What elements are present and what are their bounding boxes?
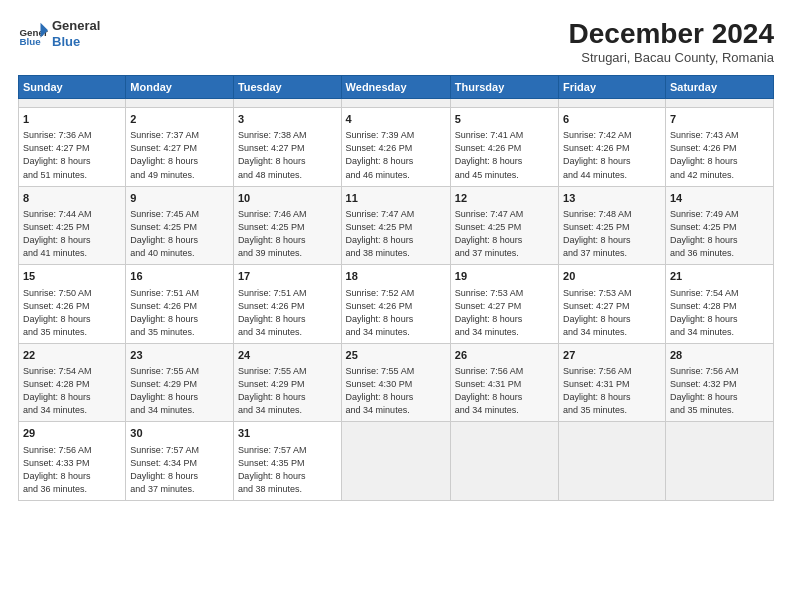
calendar-cell: 31Sunrise: 7:57 AMSunset: 4:35 PMDayligh… bbox=[233, 422, 341, 501]
day-info: Sunrise: 7:48 AMSunset: 4:25 PMDaylight:… bbox=[563, 208, 661, 260]
calendar-cell: 22Sunrise: 7:54 AMSunset: 4:28 PMDayligh… bbox=[19, 343, 126, 422]
day-number: 14 bbox=[670, 191, 769, 206]
calendar-cell: 26Sunrise: 7:56 AMSunset: 4:31 PMDayligh… bbox=[450, 343, 558, 422]
day-number: 28 bbox=[670, 348, 769, 363]
calendar-cell: 8Sunrise: 7:44 AMSunset: 4:25 PMDaylight… bbox=[19, 186, 126, 265]
calendar-cell bbox=[450, 422, 558, 501]
calendar-cell: 29Sunrise: 7:56 AMSunset: 4:33 PMDayligh… bbox=[19, 422, 126, 501]
calendar-cell: 17Sunrise: 7:51 AMSunset: 4:26 PMDayligh… bbox=[233, 265, 341, 344]
day-info: Sunrise: 7:51 AMSunset: 4:26 PMDaylight:… bbox=[238, 287, 337, 339]
day-info: Sunrise: 7:45 AMSunset: 4:25 PMDaylight:… bbox=[130, 208, 229, 260]
calendar-header-row: SundayMondayTuesdayWednesdayThursdayFrid… bbox=[19, 76, 774, 99]
day-info: Sunrise: 7:49 AMSunset: 4:25 PMDaylight:… bbox=[670, 208, 769, 260]
calendar-cell: 1Sunrise: 7:36 AMSunset: 4:27 PMDaylight… bbox=[19, 108, 126, 187]
day-info: Sunrise: 7:47 AMSunset: 4:25 PMDaylight:… bbox=[455, 208, 554, 260]
day-number: 31 bbox=[238, 426, 337, 441]
day-number: 10 bbox=[238, 191, 337, 206]
calendar-cell: 23Sunrise: 7:55 AMSunset: 4:29 PMDayligh… bbox=[126, 343, 234, 422]
day-info: Sunrise: 7:54 AMSunset: 4:28 PMDaylight:… bbox=[670, 287, 769, 339]
col-header-monday: Monday bbox=[126, 76, 234, 99]
calendar-cell bbox=[341, 99, 450, 108]
logo-text: General Blue bbox=[52, 18, 100, 49]
calendar-week-2: 8Sunrise: 7:44 AMSunset: 4:25 PMDaylight… bbox=[19, 186, 774, 265]
day-number: 22 bbox=[23, 348, 121, 363]
col-header-friday: Friday bbox=[559, 76, 666, 99]
day-number: 1 bbox=[23, 112, 121, 127]
day-info: Sunrise: 7:55 AMSunset: 4:29 PMDaylight:… bbox=[130, 365, 229, 417]
day-info: Sunrise: 7:43 AMSunset: 4:26 PMDaylight:… bbox=[670, 129, 769, 181]
calendar-cell: 11Sunrise: 7:47 AMSunset: 4:25 PMDayligh… bbox=[341, 186, 450, 265]
calendar-cell: 15Sunrise: 7:50 AMSunset: 4:26 PMDayligh… bbox=[19, 265, 126, 344]
calendar-cell: 12Sunrise: 7:47 AMSunset: 4:25 PMDayligh… bbox=[450, 186, 558, 265]
calendar-cell: 20Sunrise: 7:53 AMSunset: 4:27 PMDayligh… bbox=[559, 265, 666, 344]
day-info: Sunrise: 7:57 AMSunset: 4:34 PMDaylight:… bbox=[130, 444, 229, 496]
calendar-week-5: 29Sunrise: 7:56 AMSunset: 4:33 PMDayligh… bbox=[19, 422, 774, 501]
day-number: 27 bbox=[563, 348, 661, 363]
day-info: Sunrise: 7:46 AMSunset: 4:25 PMDaylight:… bbox=[238, 208, 337, 260]
day-number: 16 bbox=[130, 269, 229, 284]
day-number: 8 bbox=[23, 191, 121, 206]
title-block: December 2024 Strugari, Bacau County, Ro… bbox=[569, 18, 774, 65]
day-number: 13 bbox=[563, 191, 661, 206]
col-header-saturday: Saturday bbox=[665, 76, 773, 99]
calendar-cell: 25Sunrise: 7:55 AMSunset: 4:30 PMDayligh… bbox=[341, 343, 450, 422]
calendar-cell bbox=[665, 422, 773, 501]
day-number: 29 bbox=[23, 426, 121, 441]
day-info: Sunrise: 7:44 AMSunset: 4:25 PMDaylight:… bbox=[23, 208, 121, 260]
day-info: Sunrise: 7:42 AMSunset: 4:26 PMDaylight:… bbox=[563, 129, 661, 181]
day-info: Sunrise: 7:38 AMSunset: 4:27 PMDaylight:… bbox=[238, 129, 337, 181]
day-number: 15 bbox=[23, 269, 121, 284]
calendar-cell bbox=[19, 99, 126, 108]
calendar-cell bbox=[126, 99, 234, 108]
calendar-cell: 6Sunrise: 7:42 AMSunset: 4:26 PMDaylight… bbox=[559, 108, 666, 187]
day-number: 7 bbox=[670, 112, 769, 127]
day-number: 11 bbox=[346, 191, 446, 206]
logo-icon: General Blue bbox=[18, 19, 48, 49]
day-info: Sunrise: 7:55 AMSunset: 4:29 PMDaylight:… bbox=[238, 365, 337, 417]
day-info: Sunrise: 7:56 AMSunset: 4:33 PMDaylight:… bbox=[23, 444, 121, 496]
calendar-cell: 16Sunrise: 7:51 AMSunset: 4:26 PMDayligh… bbox=[126, 265, 234, 344]
day-number: 21 bbox=[670, 269, 769, 284]
calendar-week-0 bbox=[19, 99, 774, 108]
col-header-tuesday: Tuesday bbox=[233, 76, 341, 99]
col-header-wednesday: Wednesday bbox=[341, 76, 450, 99]
day-number: 4 bbox=[346, 112, 446, 127]
subtitle: Strugari, Bacau County, Romania bbox=[569, 50, 774, 65]
day-number: 6 bbox=[563, 112, 661, 127]
day-number: 26 bbox=[455, 348, 554, 363]
calendar-cell bbox=[559, 422, 666, 501]
day-number: 18 bbox=[346, 269, 446, 284]
day-info: Sunrise: 7:53 AMSunset: 4:27 PMDaylight:… bbox=[563, 287, 661, 339]
day-number: 5 bbox=[455, 112, 554, 127]
calendar-cell: 2Sunrise: 7:37 AMSunset: 4:27 PMDaylight… bbox=[126, 108, 234, 187]
calendar-cell bbox=[450, 99, 558, 108]
day-number: 3 bbox=[238, 112, 337, 127]
day-number: 19 bbox=[455, 269, 554, 284]
day-number: 25 bbox=[346, 348, 446, 363]
logo: General Blue General Blue bbox=[18, 18, 100, 49]
page: General Blue General Blue December 2024 … bbox=[0, 0, 792, 612]
calendar-cell: 5Sunrise: 7:41 AMSunset: 4:26 PMDaylight… bbox=[450, 108, 558, 187]
calendar-cell: 27Sunrise: 7:56 AMSunset: 4:31 PMDayligh… bbox=[559, 343, 666, 422]
calendar-cell: 14Sunrise: 7:49 AMSunset: 4:25 PMDayligh… bbox=[665, 186, 773, 265]
calendar-cell: 30Sunrise: 7:57 AMSunset: 4:34 PMDayligh… bbox=[126, 422, 234, 501]
calendar-cell bbox=[341, 422, 450, 501]
calendar-cell: 18Sunrise: 7:52 AMSunset: 4:26 PMDayligh… bbox=[341, 265, 450, 344]
day-number: 23 bbox=[130, 348, 229, 363]
header: General Blue General Blue December 2024 … bbox=[18, 18, 774, 65]
day-number: 20 bbox=[563, 269, 661, 284]
day-info: Sunrise: 7:39 AMSunset: 4:26 PMDaylight:… bbox=[346, 129, 446, 181]
calendar-cell: 21Sunrise: 7:54 AMSunset: 4:28 PMDayligh… bbox=[665, 265, 773, 344]
main-title: December 2024 bbox=[569, 18, 774, 50]
calendar-week-4: 22Sunrise: 7:54 AMSunset: 4:28 PMDayligh… bbox=[19, 343, 774, 422]
day-number: 9 bbox=[130, 191, 229, 206]
calendar-week-3: 15Sunrise: 7:50 AMSunset: 4:26 PMDayligh… bbox=[19, 265, 774, 344]
day-info: Sunrise: 7:54 AMSunset: 4:28 PMDaylight:… bbox=[23, 365, 121, 417]
calendar-cell bbox=[665, 99, 773, 108]
svg-text:Blue: Blue bbox=[20, 35, 42, 46]
day-info: Sunrise: 7:36 AMSunset: 4:27 PMDaylight:… bbox=[23, 129, 121, 181]
calendar-cell bbox=[559, 99, 666, 108]
calendar: SundayMondayTuesdayWednesdayThursdayFrid… bbox=[18, 75, 774, 501]
day-info: Sunrise: 7:37 AMSunset: 4:27 PMDaylight:… bbox=[130, 129, 229, 181]
day-info: Sunrise: 7:57 AMSunset: 4:35 PMDaylight:… bbox=[238, 444, 337, 496]
